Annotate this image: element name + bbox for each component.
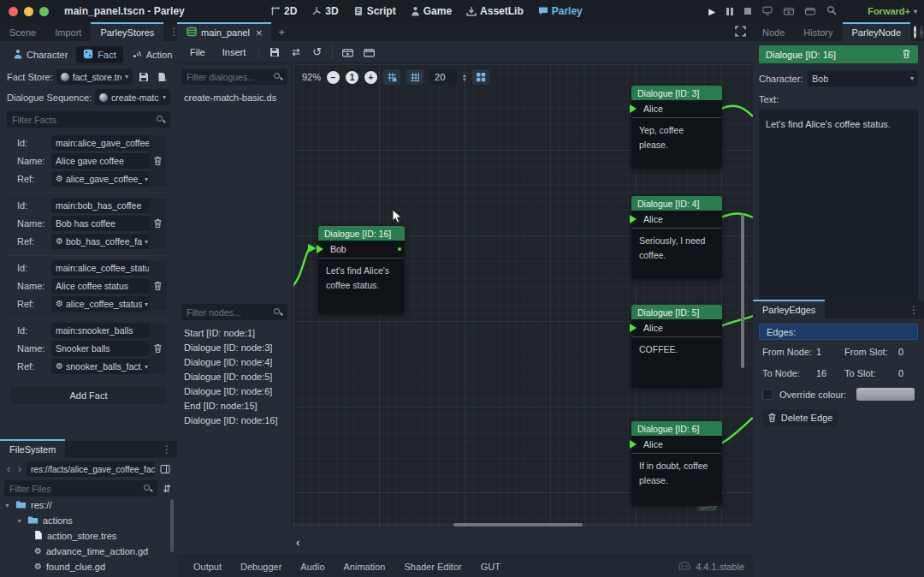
add-fact-button[interactable]: Add Fact (10, 387, 167, 404)
tree-item-script[interactable]: ⚙ found_clue.gd (3, 559, 174, 574)
tree-scrollbar[interactable] (170, 499, 174, 552)
stop-button[interactable] (744, 8, 751, 15)
graph-vscrollbar[interactable] (741, 214, 744, 368)
colour-swatch[interactable] (856, 388, 915, 401)
fact-store-dropdown[interactable]: fact_store.tre ▾ (56, 68, 133, 85)
close-window-button[interactable] (9, 7, 18, 16)
close-tab-icon[interactable]: × (256, 27, 263, 39)
grid-toggle-icon[interactable] (406, 69, 424, 85)
save-store-button[interactable] (136, 69, 151, 85)
history-back-button[interactable]: ‹ (914, 26, 916, 39)
fact-ref-dropdown[interactable]: ⚙alice_gave_coffee_f▾ (51, 171, 152, 187)
node-list-item[interactable]: Dialogue [ID: node:6] (181, 384, 287, 398)
bottom-tab-audio[interactable]: Audio (293, 562, 332, 572)
renderer-selector[interactable]: Forward+ ▾ (868, 0, 917, 22)
snap-distance-field[interactable]: 20 (429, 69, 457, 85)
zoom-out-button[interactable]: − (327, 71, 340, 84)
renderer-settings-icon[interactable] (826, 5, 837, 17)
arrange-nodes-icon[interactable] (472, 69, 489, 85)
fact-name-field[interactable]: Snooker balls (51, 341, 152, 356)
hscrollbar-thumb[interactable] (453, 523, 583, 526)
input-port[interactable] (630, 324, 637, 332)
input-port[interactable] (317, 245, 323, 253)
tree-item-root[interactable]: ▾ res:// (3, 497, 174, 513)
dialogue-sequence-dropdown[interactable]: create-match- ▾ (95, 89, 170, 105)
fact-name-field[interactable]: Alice coffee status (51, 278, 152, 294)
delete-edge-button[interactable]: Delete Edge (762, 409, 838, 426)
collapse-icon[interactable]: ▾ (3, 502, 11, 509)
new-store-button[interactable] (155, 69, 170, 85)
node-header[interactable]: Dialogue [ID: 5] (631, 305, 722, 319)
new-tab-button[interactable]: + (271, 26, 292, 39)
node-header[interactable]: Dialogue [ID: 3] (631, 86, 722, 100)
split-view-icon[interactable] (157, 461, 173, 477)
override-colour-checkbox[interactable] (762, 389, 773, 400)
nav-forward-icon[interactable]: › (15, 463, 24, 475)
bottom-tab-gut[interactable]: GUT (473, 562, 508, 572)
collapse-sidebar-icon[interactable]: ‹ (296, 536, 299, 549)
delete-node-button[interactable] (902, 49, 911, 61)
tree-item-script[interactable]: ⚙ advance_time_action.gd (3, 544, 174, 559)
workspace-parley[interactable]: Parley (538, 5, 583, 17)
edges-list-header[interactable]: Edges: (759, 324, 918, 340)
input-port[interactable] (630, 215, 637, 223)
store-tab-fact[interactable]: Fact (76, 46, 122, 63)
dialogue-text-area[interactable]: Let's find Alice's coffee status. (759, 110, 918, 302)
dock-menu-icon[interactable]: ⋮ (903, 304, 924, 316)
snap-spinner[interactable]: ▴▾ (463, 73, 466, 81)
bottom-tab-output[interactable]: Output (186, 562, 229, 572)
save-dialogue-button[interactable] (264, 44, 284, 61)
fact-id-field[interactable]: main:alice_gave_coffee (51, 135, 152, 151)
filter-files-input[interactable] (4, 480, 157, 497)
fact-ref-dropdown[interactable]: ⚙snooker_balls_fact.▾ (51, 359, 152, 374)
store-tab-character[interactable]: Character (7, 46, 74, 63)
character-dropdown[interactable]: Bob ▾ (808, 70, 918, 86)
test-dialogue-play-icon[interactable] (338, 44, 358, 61)
tab-history[interactable]: History (794, 24, 842, 41)
graph-hscrollbar[interactable] (293, 523, 753, 526)
tab-scene[interactable]: Scene (0, 24, 45, 41)
snap-grid-toggle-icon[interactable] (383, 69, 400, 85)
fact-name-field[interactable]: Bob has coffee (51, 216, 152, 231)
filter-facts-input[interactable] (7, 111, 170, 128)
insert-menu[interactable]: Insert (215, 47, 254, 57)
workspace-assetlib[interactable]: AssetLib (466, 5, 524, 17)
file-menu[interactable]: File (182, 47, 213, 57)
minimize-window-button[interactable] (24, 7, 33, 16)
node-header[interactable]: Dialogue [ID: 4] (631, 196, 722, 211)
play-button[interactable]: ▶ (708, 7, 715, 16)
workspace-3d[interactable]: 3D (311, 5, 338, 17)
graph-node-dialogue-5[interactable]: Dialogue [ID: 5] Alice COFFEE. (631, 305, 722, 388)
movie-maker-play-icon[interactable] (784, 6, 794, 17)
node-list-item[interactable]: Dialogue [ID: node:5] (181, 369, 287, 384)
pause-button[interactable] (726, 8, 733, 15)
node-list-item[interactable]: Start [ID: node:1] (181, 325, 287, 340)
graph-node-dialogue-6[interactable]: Dialogue [ID: 6] Alice If in doubt, coff… (631, 421, 722, 506)
delete-fact-button[interactable] (149, 261, 167, 311)
test-dialogue-icon[interactable] (359, 44, 379, 61)
node-list-item[interactable]: Dialogue [ID: node:3] (181, 340, 287, 354)
workspace-2d[interactable]: 2D (270, 5, 297, 17)
fact-name-field[interactable]: Alice gave coffee (51, 153, 152, 169)
current-path-field[interactable]: res://facts/alice_gave_coffee_fact.g (27, 461, 155, 477)
graph-node-dialogue-4[interactable]: Dialogue [ID: 4] Alice Seriously, I need… (631, 196, 722, 279)
fact-id-field[interactable]: main:bob_has_coffee (51, 198, 152, 213)
output-port[interactable] (398, 247, 401, 251)
fact-ref-dropdown[interactable]: ⚙bob_has_coffee_fac▾ (51, 234, 152, 249)
input-port[interactable] (630, 104, 637, 113)
tree-item-folder[interactable]: ▾ actions (3, 513, 174, 528)
fact-id-field[interactable]: main:snooker_balls (51, 323, 152, 338)
bottom-tab-debugger[interactable]: Debugger (233, 562, 289, 572)
tab-parleyedges[interactable]: ParleyEdges (753, 300, 825, 318)
dock-menu-icon[interactable]: ⋮ (157, 443, 177, 455)
undo-icon[interactable]: ↺ (307, 44, 327, 61)
tab-filesystem[interactable]: FileSystem (0, 439, 65, 458)
delete-fact-button[interactable] (149, 199, 167, 248)
filter-nodes-input[interactable] (181, 304, 287, 320)
zoom-reset-button[interactable]: 1 (346, 71, 358, 84)
dialogue-file-item[interactable]: create-match-basic.ds (181, 90, 287, 104)
tab-import[interactable]: Import (45, 24, 91, 41)
dialogue-graph-canvas[interactable]: 92% − 1 + 20 ▴▾ (293, 64, 753, 528)
store-tab-action[interactable]: Action (125, 46, 180, 63)
remote-debug-icon[interactable] (762, 6, 773, 17)
